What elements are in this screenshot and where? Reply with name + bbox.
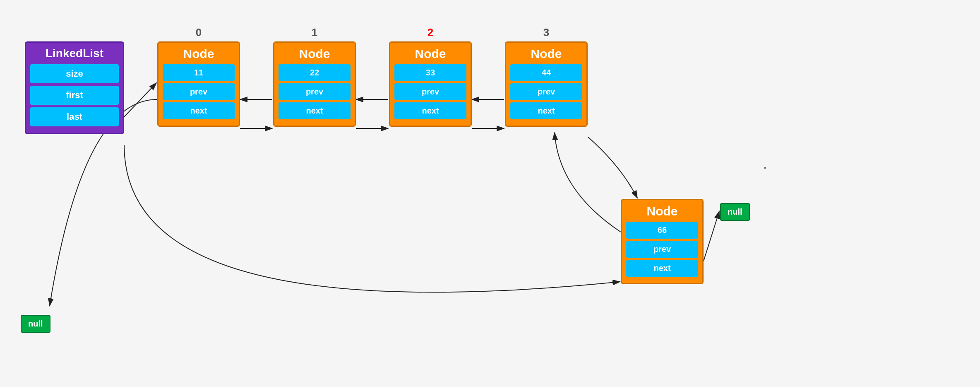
index-2: 2 xyxy=(390,26,471,39)
node-4-title: Node xyxy=(626,204,698,218)
index-3: 3 xyxy=(506,26,586,39)
linked-list-title: LinkedList xyxy=(30,47,119,60)
linked-list-box: LinkedList size first last xyxy=(25,41,124,134)
node-4-value: 66 xyxy=(626,222,698,239)
node-1-prev: prev xyxy=(279,83,351,100)
node-4-prev: prev xyxy=(626,241,698,258)
node-0-title: Node xyxy=(163,47,235,61)
index-1: 1 xyxy=(274,26,355,39)
node-2-next: next xyxy=(394,102,466,119)
node-3: 3 Node 44 prev next xyxy=(505,41,588,127)
ll-size-field: size xyxy=(30,64,119,83)
node-1-title: Node xyxy=(279,47,351,61)
node-1-value: 22 xyxy=(279,64,351,81)
arrow-node4-next-null2 xyxy=(704,211,719,261)
cursor: ⬞ xyxy=(761,162,769,175)
null-box-2: null xyxy=(720,203,750,221)
node-2-prev: prev xyxy=(394,83,466,100)
node-0: 0 Node 11 prev next xyxy=(157,41,240,127)
arrow-node3-next-node4 xyxy=(588,137,637,198)
node-0-next: next xyxy=(163,102,235,119)
node-4: Node 66 prev next xyxy=(621,199,704,284)
node-3-prev: prev xyxy=(510,83,582,100)
node-0-prev: prev xyxy=(163,83,235,100)
node-4-next: next xyxy=(626,260,698,277)
arrows-svg xyxy=(0,0,980,387)
node-1: 1 Node 22 prev next xyxy=(273,41,356,127)
arrow-last-node4 xyxy=(124,145,620,292)
node-3-value: 44 xyxy=(510,64,582,81)
node-3-next: next xyxy=(510,102,582,119)
ll-last-field: last xyxy=(30,107,119,126)
null-box-1: null xyxy=(21,315,50,333)
diagram-container: LinkedList size first last 0 Node 11 pre… xyxy=(0,0,980,387)
node-2-value: 33 xyxy=(394,64,466,81)
node-2-title: Node xyxy=(394,47,466,61)
index-0: 0 xyxy=(159,26,239,39)
arrow-node4-prev-node3 xyxy=(555,133,621,232)
arrow-first-node0 xyxy=(124,83,156,117)
node-3-title: Node xyxy=(510,47,582,61)
node-2: 2 Node 33 prev next xyxy=(389,41,472,127)
node-0-value: 11 xyxy=(163,64,235,81)
ll-first-field: first xyxy=(30,86,119,105)
node-1-next: next xyxy=(279,102,351,119)
